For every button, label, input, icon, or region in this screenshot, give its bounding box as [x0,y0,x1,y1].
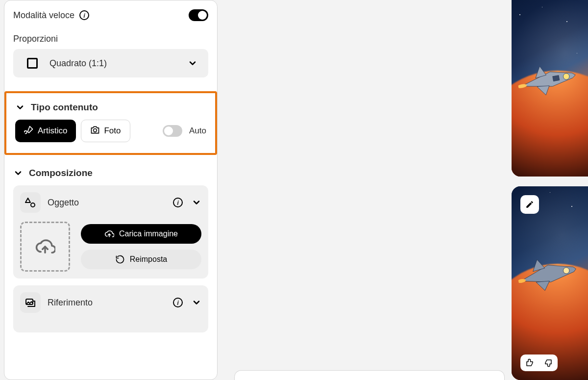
object-shapes-icon [20,192,41,213]
aspect-section-label: Proporzioni [13,34,58,44]
artistic-label: Artistico [38,126,67,136]
aspect-section: Proporzioni Quadrato (1:1) [13,34,208,77]
result-thumbnail-2[interactable] [512,186,588,380]
svg-rect-4 [553,76,560,81]
auto-label: Auto [189,126,206,136]
paintbrush-icon [24,125,34,137]
reference-image-icon [20,292,41,313]
auto-toggle[interactable] [163,125,182,137]
reference-title: Riferimento [48,298,166,308]
square-aspect-icon [27,58,38,69]
chevron-down-icon[interactable] [192,298,201,307]
upload-image-label: Carica immagine [119,229,178,238]
results-column [512,0,588,380]
composition-section: Composizione Oggetto i [13,166,208,332]
object-card: Oggetto i Carica immagine [13,185,208,279]
prompt-panel-top-edge [234,370,505,380]
object-title: Oggetto [48,198,166,208]
cloud-upload-small-icon [104,229,114,239]
info-icon[interactable]: i [173,198,183,207]
feedback-buttons [520,355,558,371]
fast-mode-label: Modalità veloce [13,10,74,21]
upload-dropzone[interactable] [20,222,70,272]
camera-icon [90,125,100,137]
chevron-down-icon[interactable] [192,198,201,207]
thumbs-up-button[interactable] [520,355,539,371]
aspect-selected-label: Quadrato (1:1) [49,58,107,69]
photo-label: Foto [104,126,121,136]
edit-button[interactable] [520,195,539,214]
fast-mode-toggle[interactable] [189,9,208,21]
info-icon[interactable]: i [173,298,183,307]
settings-panel: Modalità veloce i Proporzioni Quadrato (… [4,0,218,380]
upload-image-button[interactable]: Carica immagine [81,224,201,244]
chevron-down-icon [188,58,197,68]
chevron-down-icon[interactable] [13,168,23,178]
pencil-icon [525,200,534,209]
reference-card: Riferimento i [13,285,208,332]
content-type-title: Tipo contenuto [31,102,98,113]
svg-point-0 [94,128,97,132]
reset-label: Reimposta [130,255,167,264]
photo-button[interactable]: Foto [81,120,130,142]
reset-button[interactable]: Reimposta [81,250,201,269]
aspect-dropdown[interactable]: Quadrato (1:1) [13,49,208,77]
fast-mode-row: Modalità veloce i [13,9,208,21]
thumbs-down-button[interactable] [539,355,558,371]
svg-point-1 [31,203,35,207]
artistic-button[interactable]: Artistico [15,120,76,142]
cloud-upload-icon [35,236,55,257]
thumbs-up-icon [525,358,534,367]
info-icon[interactable]: i [79,10,89,20]
thumbs-down-icon [544,358,553,367]
content-type-buttons: Artistico Foto Auto [15,120,206,142]
composition-title: Composizione [29,168,93,178]
chevron-down-icon[interactable] [15,102,25,112]
undo-icon [115,254,125,264]
content-type-section: Tipo contenuto Artistico Foto Auto [4,91,217,155]
result-thumbnail-1[interactable] [512,0,588,177]
